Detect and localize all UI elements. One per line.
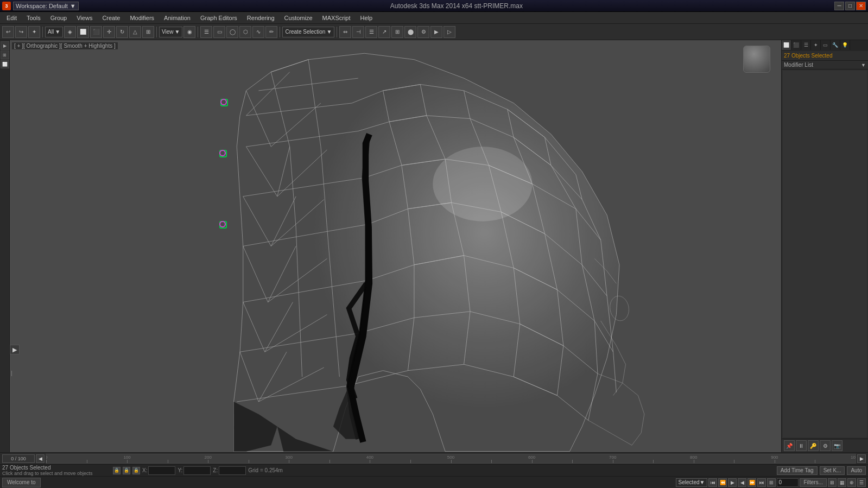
lft-btn-3[interactable]: ⬜ bbox=[1, 60, 9, 68]
select-scale-button[interactable]: △ bbox=[129, 26, 141, 38]
menu-rendering[interactable]: Rendering bbox=[243, 14, 279, 22]
lock-y-icon[interactable]: 🔒 bbox=[123, 467, 130, 474]
menu-customize[interactable]: Customize bbox=[280, 14, 317, 22]
go-end-button[interactable]: ⏭ bbox=[757, 478, 766, 487]
menu-modifiers[interactable]: Modifiers bbox=[125, 14, 159, 22]
menu-tools[interactable]: Tools bbox=[22, 14, 45, 22]
schematic-view-button[interactable]: ⊞ bbox=[391, 26, 403, 38]
svg-line-126 bbox=[616, 346, 625, 364]
rpanel-tab-display[interactable]: ▭ bbox=[821, 40, 831, 50]
viewport[interactable]: [ + ][ Orthographic ][ Smooth + Highligh… bbox=[10, 40, 781, 452]
menu-views[interactable]: Views bbox=[72, 14, 97, 22]
menu-group[interactable]: Group bbox=[46, 14, 72, 22]
set-key-button[interactable]: Set K... bbox=[820, 466, 845, 475]
key-mode-button[interactable]: ⊞ bbox=[767, 478, 776, 487]
play-anim-button[interactable]: ▶ bbox=[1, 41, 9, 50]
circle-select-button[interactable]: ◯ bbox=[226, 26, 238, 38]
rpanel-tab-modify[interactable]: ⬛ bbox=[791, 40, 801, 50]
view-dropdown[interactable]: View ▼ bbox=[159, 27, 182, 37]
close-button[interactable]: ✕ bbox=[856, 2, 866, 10]
timeline-right-btn[interactable]: ▶ bbox=[857, 454, 866, 463]
frame-input[interactable]: 0 bbox=[777, 478, 799, 487]
curve-editor-button[interactable]: ↗ bbox=[378, 26, 390, 38]
rpanel-tab-hierarchy[interactable]: ☰ bbox=[801, 40, 811, 50]
menu-maxscript[interactable]: MAXScript bbox=[318, 14, 355, 22]
workspace-selector[interactable]: Workspace: Default ▼ bbox=[13, 2, 79, 10]
z-input[interactable] bbox=[219, 466, 246, 475]
render-frame-button[interactable]: ▶ bbox=[430, 26, 442, 38]
reference-coord-button[interactable]: ⊞ bbox=[142, 26, 154, 38]
select-by-name-button[interactable]: ☰ bbox=[200, 26, 212, 38]
layer-button[interactable]: ☰ bbox=[365, 26, 377, 38]
tick-650 bbox=[572, 460, 573, 463]
rpanel-tab-motion[interactable]: ✦ bbox=[811, 40, 821, 50]
viewport-play-button[interactable]: ▶ bbox=[10, 345, 20, 354]
rect-select-button[interactable]: ▭ bbox=[213, 26, 225, 38]
timeline-left-btn[interactable]: ◀ bbox=[36, 454, 45, 463]
add-time-tag-button[interactable]: Add Time Tag bbox=[777, 466, 818, 475]
gizmo-pink-top[interactable] bbox=[220, 99, 227, 105]
selection-filter-dropdown[interactable]: All ▼ bbox=[45, 27, 63, 37]
tick-400 bbox=[370, 460, 370, 463]
gizmo-pink-low[interactable] bbox=[219, 221, 226, 227]
welcome-tab[interactable]: Welcome to bbox=[2, 478, 41, 487]
minimize-button[interactable]: ─ bbox=[834, 2, 844, 10]
pin-button[interactable]: 📌 bbox=[784, 440, 795, 451]
menu-edit[interactable]: Edit bbox=[2, 14, 21, 22]
extra-btn-1[interactable]: ⊞ bbox=[828, 478, 837, 487]
selected-filter-dropdown[interactable]: Selected ▼ bbox=[676, 478, 708, 487]
select-move-button[interactable]: ✛ bbox=[103, 26, 115, 38]
timeline-ruler[interactable]: 01002003004005006007008009001000 bbox=[46, 454, 856, 464]
paint-select-button[interactable]: ✏ bbox=[265, 26, 277, 38]
select-rotate-button[interactable]: ↻ bbox=[116, 26, 128, 38]
auto-button[interactable]: Auto bbox=[847, 466, 866, 475]
camera-button[interactable]: 📷 bbox=[832, 440, 842, 451]
use-pivot-button[interactable]: ◉ bbox=[183, 26, 195, 38]
settings-button[interactable]: ⚙ bbox=[820, 440, 831, 451]
y-input[interactable] bbox=[183, 466, 211, 475]
menu-help[interactable]: Help bbox=[356, 14, 377, 22]
key-button[interactable]: 🔑 bbox=[808, 440, 819, 451]
mirror-button[interactable]: ⇔ bbox=[339, 26, 351, 38]
x-input[interactable] bbox=[148, 466, 175, 475]
extra-btn-3[interactable]: ⊕ bbox=[847, 478, 856, 487]
fence-select-button[interactable]: ⬡ bbox=[239, 26, 251, 38]
material-editor-button[interactable]: ⬤ bbox=[404, 26, 416, 38]
status-bar: 27 Objects Selected Click and drag to se… bbox=[0, 464, 868, 476]
lft-btn-2[interactable]: ⊞ bbox=[1, 50, 9, 59]
render-setup-button[interactable]: ⚙ bbox=[417, 26, 429, 38]
redo-button[interactable]: ↪ bbox=[15, 26, 27, 38]
prev-frame-button[interactable]: ⏪ bbox=[718, 478, 727, 487]
window-crossing-button[interactable]: ⬛ bbox=[90, 26, 102, 38]
create-selection-dropdown[interactable]: Create Selection ▼ bbox=[282, 27, 334, 37]
select-region-button[interactable]: ⬜ bbox=[77, 26, 89, 38]
select-object-button[interactable]: ✦ bbox=[28, 26, 40, 38]
menu-create[interactable]: Create bbox=[98, 14, 124, 22]
tick-label-400: 400 bbox=[366, 455, 373, 460]
lasso-select-button[interactable]: ∿ bbox=[252, 26, 264, 38]
restore-button[interactable]: □ bbox=[845, 2, 855, 10]
play-button[interactable]: ▶ bbox=[728, 478, 737, 487]
menu-animation[interactable]: Animation bbox=[160, 14, 195, 22]
rpanel-tab-lighting[interactable]: 💡 bbox=[840, 40, 850, 50]
extra-btn-2[interactable]: ▦ bbox=[838, 478, 846, 487]
rpanel-tab-utilities[interactable]: 🔧 bbox=[831, 40, 840, 50]
extra-btn-4[interactable]: ☰ bbox=[857, 478, 866, 487]
lock-x-icon[interactable]: 🔒 bbox=[113, 467, 121, 474]
gizmo-pink-mid[interactable] bbox=[219, 150, 226, 156]
menu-graph-editors[interactable]: Graph Editors bbox=[196, 14, 242, 22]
filters-button[interactable]: Filters... bbox=[800, 478, 827, 487]
tick-0 bbox=[46, 460, 47, 463]
next-frame-button[interactable]: ⏩ bbox=[747, 478, 756, 487]
undo-button[interactable]: ↩ bbox=[2, 26, 14, 38]
align-button[interactable]: ⊣ bbox=[352, 26, 364, 38]
rpanel-tab-create[interactable]: ⬜ bbox=[782, 40, 791, 50]
quickrender-button[interactable]: ▷ bbox=[443, 26, 455, 38]
select-button[interactable]: ◈ bbox=[64, 26, 76, 38]
lock-z-icon[interactable]: 🔒 bbox=[132, 467, 140, 474]
go-start-button[interactable]: ⏮ bbox=[708, 478, 717, 487]
tick-300 bbox=[289, 460, 289, 463]
menu-bar: Edit Tools Group Views Create Modifiers … bbox=[0, 12, 868, 24]
pause-button[interactable]: ⏸ bbox=[796, 440, 807, 451]
play-reverse-button[interactable]: ◀ bbox=[738, 478, 746, 487]
